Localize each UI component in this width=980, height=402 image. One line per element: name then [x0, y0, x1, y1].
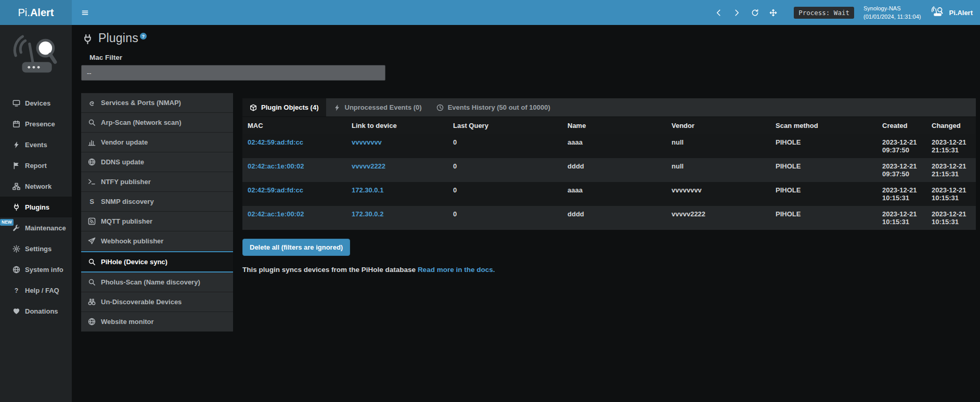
calendar-icon [12, 120, 25, 128]
plugin-item-label: Vendor update [101, 138, 148, 146]
cell-name: dddd [562, 206, 666, 230]
top-bar-main: Process: Wait Synology-NAS (01/01/2024, … [72, 0, 980, 25]
sidebar-item-label: Donations [25, 307, 58, 315]
plugin-item-pholus-scan-name-discovery[interactable]: Pholus-Scan (Name discovery) [81, 273, 233, 292]
sidebar-item-report[interactable]: Report [0, 155, 72, 176]
delete-all-button[interactable]: Delete all (filters are ignored) [242, 239, 350, 256]
cell-vendor: null [666, 134, 770, 158]
sidebar-item-devices[interactable]: Devices [0, 93, 72, 113]
cell-created: 2023-12-21 10:15:31 [877, 182, 926, 206]
forward-arrow-icon[interactable] [733, 9, 741, 17]
plugin-item-un-discoverable-devices[interactable]: Un-Discoverable Devices [81, 292, 233, 312]
cell-link-to-device: 172.30.0.1 [346, 182, 448, 206]
table-row: 02:42:59:ad:fd:cc172.30.0.10aaaavvvvvvvv… [242, 182, 976, 206]
cell-last-query: 0 [448, 182, 562, 206]
sidebar-item-label: Events [25, 141, 47, 149]
mac-link[interactable]: 02:42:ac:1e:00:02 [248, 162, 304, 170]
brand-logo[interactable]: Pi.Alert [0, 0, 72, 25]
cell-created: 2023-12-21 09:37:50 [877, 134, 926, 158]
mac-link[interactable]: 02:42:59:ad:fd:cc [248, 186, 303, 194]
sidebar-item-maintenance[interactable]: NEWMaintenance [0, 217, 72, 238]
letter-s-icon: S [88, 198, 96, 205]
sidebar-item-plugins[interactable]: Plugins [0, 197, 72, 217]
cell-vendor: vvvvv2222 [666, 206, 770, 230]
cell-link-to-device: 172.30.0.2 [346, 206, 448, 230]
cell-created: 2023-12-21 10:15:31 [877, 206, 926, 230]
plugin-item-pihole-device-sync[interactable]: PiHole (Device sync) [81, 251, 233, 273]
cell-changed: 2023-12-21 21:15:31 [926, 158, 976, 182]
plugin-item-label: Un-Discoverable Devices [101, 298, 182, 306]
cell-vendor: vvvvvvvv [666, 182, 770, 206]
table-body: 02:42:59:ad:fd:ccvvvvvvvv0aaaanullPIHOLE… [242, 134, 976, 230]
pialert-logo-icon [930, 6, 945, 19]
sidebar-item-label: Settings [25, 245, 51, 253]
host-name: Synology-NAS [863, 4, 921, 13]
plugin-item-services-ports-nmap[interactable]: Services & Ports (NMAP) [81, 93, 233, 113]
device-link[interactable]: vvvvv2222 [352, 162, 385, 170]
tab-events-history-50-out-of-10000[interactable]: Events History (50 out of 10000) [429, 98, 558, 116]
mac-filter-input[interactable] [81, 65, 385, 81]
menu-toggle-button[interactable] [72, 0, 98, 25]
sidebar-item-events[interactable]: Events [0, 134, 72, 155]
device-link[interactable]: 172.30.0.1 [352, 186, 383, 194]
sidebar-item-label: Devices [25, 99, 50, 107]
plugin-item-label: Arp-Scan (Network scan) [101, 119, 182, 126]
plugin-item-webhook-publisher[interactable]: Webhook publisher [81, 231, 233, 251]
mac-link[interactable]: 02:42:ac:1e:00:02 [248, 210, 304, 218]
app-name: Pi.Alert [949, 9, 973, 17]
device-link[interactable]: 172.30.0.2 [352, 210, 383, 218]
refresh-icon[interactable] [751, 9, 759, 17]
move-arrows-icon[interactable] [769, 9, 777, 17]
cell-last-query: 0 [448, 134, 562, 158]
top-bar: Pi.Alert Process: Wait Synology-NAS (01/… [0, 0, 980, 25]
plugin-item-website-monitor[interactable]: Website monitor [81, 312, 233, 332]
plugin-item-vendor-update[interactable]: Vendor update [81, 133, 233, 152]
globe-icon [12, 266, 25, 274]
sidebar-item-system-info[interactable]: System info [0, 259, 72, 280]
main-content: Plugins ? Mac Filter Services & Ports (N… [72, 25, 980, 402]
sidebar-item-help-faq[interactable]: ?Help / FAQ [0, 280, 72, 301]
plug-icon [82, 34, 93, 45]
plugin-detail-panel: Plugin Objects (4)Unprocessed Events (0)… [242, 98, 976, 274]
cell-changed: 2023-12-21 10:15:31 [926, 206, 976, 230]
sidebar-item-network[interactable]: Network [0, 176, 72, 197]
bolt-icon [12, 141, 25, 149]
column-header-scan-method: Scan method [770, 117, 877, 134]
router-logo-graphic [0, 25, 72, 93]
chart-icon [88, 138, 96, 146]
plugin-description: This plugin syncs devices from the PiHol… [242, 266, 416, 274]
tab-plugin-objects-4[interactable]: Plugin Objects (4) [242, 98, 326, 116]
tab-bar: Plugin Objects (4)Unprocessed Events (0)… [242, 98, 976, 116]
sidebar-item-donations[interactable]: Donations [0, 301, 72, 321]
device-link[interactable]: vvvvvvvv [352, 138, 382, 146]
cell-created: 2023-12-21 09:37:50 [877, 158, 926, 182]
tab-unprocessed-events-0[interactable]: Unprocessed Events (0) [326, 98, 429, 116]
plugin-item-ddns-update[interactable]: DDNS update [81, 152, 233, 172]
plugin-item-mqtt-publisher[interactable]: MQTT publisher [81, 212, 233, 231]
plugin-item-label: NTFY publisher [101, 178, 151, 186]
gear-icon [12, 245, 25, 253]
docs-link[interactable]: Read more in the docs. [418, 266, 495, 274]
sidebar-item-settings[interactable]: Settings [0, 238, 72, 259]
mac-link[interactable]: 02:42:59:ad:fd:cc [248, 138, 303, 146]
plugin-item-arp-scan-network-scan[interactable]: Arp-Scan (Network scan) [81, 113, 233, 133]
sidebar-menu: DevicesPresenceEventsReportNetworkPlugin… [0, 93, 72, 321]
sidebar-item-label: Plugins [25, 203, 49, 211]
sidebar-item-presence[interactable]: Presence [0, 113, 72, 134]
cell-link-to-device: vvvvv2222 [346, 158, 448, 182]
sidebar: DevicesPresenceEventsReportNetworkPlugin… [0, 25, 72, 402]
wrench-icon [12, 224, 25, 232]
mqtt-icon [88, 217, 96, 225]
plugin-note: This plugin syncs devices from the PiHol… [242, 266, 976, 274]
back-arrow-icon[interactable] [715, 9, 723, 17]
help-badge[interactable]: ? [140, 33, 147, 40]
plugin-item-snmp-discovery[interactable]: SSNMP discovery [81, 192, 233, 212]
cell-mac: 02:42:ac:1e:00:02 [242, 158, 346, 182]
plug-icon [12, 203, 25, 211]
brand-bold: Alert [30, 7, 54, 19]
plugin-item-ntfy-publisher[interactable]: NTFY publisher [81, 172, 233, 192]
globe-icon [88, 318, 96, 326]
plugin-item-label: MQTT publisher [101, 217, 152, 225]
column-header-created: Created [877, 117, 926, 134]
cell-mac: 02:42:59:ad:fd:cc [242, 182, 346, 206]
